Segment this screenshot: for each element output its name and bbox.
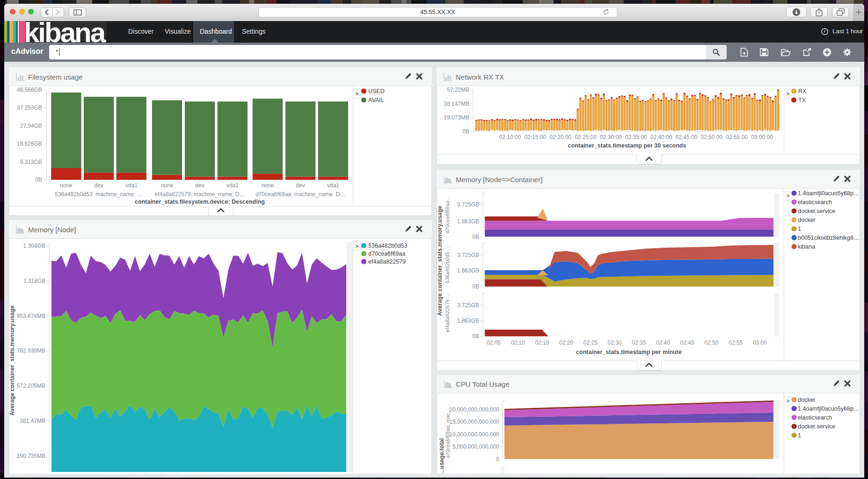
svg-text:ef4a8a822579: machine_name: D…: ef4a8a822579: machine_name: D… <box>155 191 245 198</box>
svg-text:46.566GB: 46.566GB <box>17 87 42 93</box>
svg-text:536a482b0d5…: 536a482b0d5… <box>445 247 450 283</box>
svg-text:572.205MB: 572.205MB <box>17 383 45 389</box>
svg-text:container_stats.timestamp per: container_stats.timestamp per 30 seconds <box>568 142 686 149</box>
svg-text:1.863GB: 1.863GB <box>457 218 479 225</box>
svg-text:536a482b0d53: machine_name: …: 536a482b0d53: machine_name: … <box>55 191 142 198</box>
svg-text:37.253GB: 37.253GB <box>17 104 42 111</box>
svg-text:none: none <box>161 182 174 189</box>
svg-text:docker: docker <box>798 397 816 403</box>
svg-text:02:10:00: 02:10:00 <box>499 134 521 140</box>
svg-text:5,000,000,000,000: 5,000,000,000,000 <box>452 443 499 450</box>
svg-text:Average container_stats.memory: Average container_stats.memory.usage <box>9 305 15 416</box>
svg-text:Average container_stats.memory: Average container_stats.memory.usage <box>437 206 443 316</box>
svg-text:none: none <box>60 182 73 189</box>
svg-text:02:30:00: 02:30:00 <box>600 134 622 140</box>
svg-text:953.674MB: 953.674MB <box>17 313 45 319</box>
svg-text:03:00:00: 03:00:00 <box>751 134 773 140</box>
svg-text:kibana: kibana <box>798 243 815 250</box>
svg-text:b0051cikixlbz8ehlkg8…: b0051cikixlbz8ehlkg8… <box>798 235 859 241</box>
svg-text:docker.service: docker.service <box>798 423 835 430</box>
svg-text:3.725GB: 3.725GB <box>457 252 479 258</box>
svg-text:38.147MB: 38.147MB <box>444 101 469 107</box>
svg-text:02:55:00: 02:55:00 <box>726 134 748 140</box>
svg-text:vda1: vda1 <box>125 182 138 189</box>
svg-text:dev: dev <box>195 182 204 189</box>
svg-text:d70cea6f69aa: machine_name: D…: d70cea6f69aa: machine_name: D… <box>255 191 345 198</box>
svg-text:03:00: 03:00 <box>753 339 767 346</box>
svg-text:…usage.total: …usage.total <box>438 438 445 474</box>
svg-text:vda1: vda1 <box>327 182 339 189</box>
svg-text:57.22MB: 57.22MB <box>447 87 469 93</box>
svg-text:10,000,000,000,000: 10,000,000,000,000 <box>449 431 499 438</box>
svg-text:docker: docker <box>798 217 816 223</box>
svg-text:02:10: 02:10 <box>511 339 525 346</box>
svg-text:02:25: 02:25 <box>584 339 598 346</box>
svg-text:02:15: 02:15 <box>535 339 549 346</box>
svg-text:1.304GB: 1.304GB <box>23 243 45 249</box>
svg-text:3.725GB: 3.725GB <box>457 201 479 208</box>
svg-text:02:15:00: 02:15:00 <box>524 134 546 140</box>
svg-text:docker.service: docker.service <box>798 208 835 214</box>
svg-text:1.863GB: 1.863GB <box>457 317 479 324</box>
svg-text:02:50: 02:50 <box>704 339 718 346</box>
svg-text:02:40:00: 02:40:00 <box>650 134 672 140</box>
svg-text:18.626GB: 18.626GB <box>17 140 42 147</box>
svg-text:19.073MB: 19.073MB <box>444 114 469 121</box>
svg-text:3.725GB: 3.725GB <box>457 302 479 309</box>
svg-text:15,000,000,000,000: 15,000,000,000,000 <box>449 419 499 425</box>
svg-text:02:35:00: 02:35:00 <box>625 134 647 140</box>
svg-text:0: 0 <box>496 456 499 463</box>
svg-text:elasticsearch: elasticsearch <box>798 199 832 206</box>
svg-text:02:45: 02:45 <box>680 339 694 346</box>
svg-text:02:05: 02:05 <box>487 339 501 346</box>
svg-text:0B: 0B <box>472 333 479 339</box>
svg-text:0B: 0B <box>472 234 479 240</box>
svg-text:0B: 0B <box>472 283 479 290</box>
svg-text:1.118GB: 1.118GB <box>24 278 45 284</box>
svg-text:vda1: vda1 <box>226 182 239 189</box>
svg-text:dev: dev <box>94 182 103 189</box>
svg-text:762.939MB: 762.939MB <box>17 347 45 354</box>
svg-text:9.313GB: 9.313GB <box>20 159 42 165</box>
svg-text:1.4oamfjl0acuo5y68p…: 1.4oamfjl0acuo5y68p… <box>798 190 859 197</box>
svg-text:1: 1 <box>798 432 801 439</box>
svg-text:0B: 0B <box>35 177 42 183</box>
svg-text:02:40: 02:40 <box>656 339 670 346</box>
svg-text:02:25:00: 02:25:00 <box>575 134 597 140</box>
svg-text:1.4oamfjl0acuo5y68p…: 1.4oamfjl0acuo5y68p… <box>798 405 859 412</box>
svg-text:1: 1 <box>798 226 801 232</box>
svg-text:none: none <box>262 182 274 189</box>
svg-text:02:30: 02:30 <box>607 339 621 346</box>
svg-text:container_stats.filesystem.dev: container_stats.filesystem.device: Desce… <box>135 199 265 205</box>
svg-text:02:20: 02:20 <box>559 339 573 346</box>
svg-text:container_stats.timestamp per: container_stats.timestamp per minute <box>576 349 682 355</box>
svg-text:d70cea6f69aa…: d70cea6f69aa… <box>445 196 450 234</box>
svg-text:02:55: 02:55 <box>729 339 743 346</box>
svg-text:27.94GB: 27.94GB <box>20 123 42 129</box>
svg-text:381.47MB: 381.47MB <box>20 418 45 424</box>
svg-text:elasticsearch: elasticsearch <box>798 414 832 421</box>
svg-text:0B: 0B <box>462 128 469 135</box>
svg-text:02:20:00: 02:20:00 <box>549 134 571 140</box>
svg-text:190.735MB: 190.735MB <box>17 453 45 459</box>
svg-text:20,000,000,000,000: 20,000,000,000,000 <box>449 406 499 413</box>
svg-text:02:45:00: 02:45:00 <box>676 134 698 140</box>
svg-text:02:50:00: 02:50:00 <box>700 134 722 140</box>
svg-text:ef4a8a822579…: ef4a8a822579… <box>445 294 450 332</box>
svg-text:dev: dev <box>296 182 305 189</box>
svg-text:02:35: 02:35 <box>632 339 646 346</box>
svg-text:1.863GB: 1.863GB <box>457 267 479 274</box>
